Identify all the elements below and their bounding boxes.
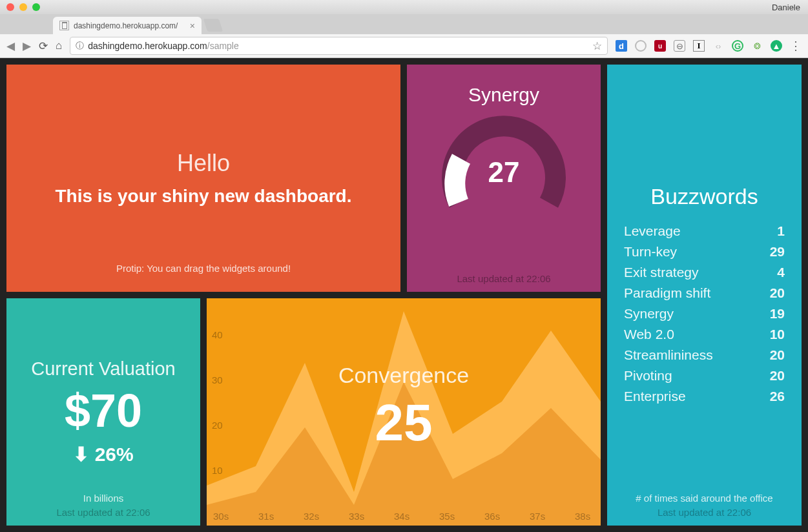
nav-back-icon[interactable]: ◀ (6, 39, 15, 53)
window-titlebar: Daniele (0, 0, 808, 14)
list-item: Leverage1 (624, 221, 785, 241)
tab-close-icon[interactable]: × (190, 21, 195, 31)
page-favicon-icon (59, 21, 69, 30)
tab-strip: dashingdemo.herokuapp.com/ × (0, 14, 808, 34)
buzzword-label: Synergy (624, 306, 674, 322)
buzzwords-list: Leverage1Turn-key29Exit strategy4Paradig… (620, 221, 789, 407)
x-tick: 33s (349, 511, 364, 522)
buzzword-label: Exit strategy (624, 265, 699, 280)
buzzword-count: 20 (770, 368, 785, 384)
extension-icon[interactable] (635, 40, 647, 52)
buzzword-count: 29 (770, 244, 785, 260)
widget-convergence[interactable]: 40 30 20 10 30s 31s 32s 33s 34s 35s 36s … (207, 298, 601, 526)
browser-toolbar: ◀ ▶ ⟳ ⌂ ⓘ dashingdemo.herokuapp.com/samp… (0, 34, 808, 58)
x-tick: 31s (258, 511, 274, 522)
extension-icon[interactable]: I (693, 40, 705, 52)
buzzword-label: Paradigm shift (624, 285, 710, 301)
buzzword-count: 26 (770, 389, 785, 404)
buzzword-count: 1 (777, 223, 785, 239)
list-item: Streamlininess20 (624, 345, 785, 365)
buzzword-label: Turn-key (624, 244, 677, 260)
list-item: Synergy19 (624, 303, 785, 324)
buzzwords-moreinfo: # of times said around the office (607, 493, 802, 504)
browser-menu-icon[interactable]: ⋮ (790, 39, 802, 53)
synergy-updated: Last updated at 22:06 (407, 273, 601, 284)
buzzword-count: 19 (770, 306, 785, 322)
synergy-value: 27 (439, 156, 568, 189)
new-tab-button[interactable] (203, 19, 223, 32)
list-item: Turn-key29 (624, 241, 785, 262)
valuation-title: Current Valuation (18, 358, 189, 380)
buzzword-label: Pivoting (624, 368, 672, 384)
buzzword-label: Web 2.0 (624, 327, 674, 342)
welcome-title: Hello (19, 150, 388, 177)
buzzword-label: Streamlininess (624, 347, 713, 363)
url-host: dashingdemo.herokuapp.com (88, 41, 207, 51)
nav-forward-icon: ▶ (23, 39, 31, 53)
buzzword-label: Enterprise (624, 389, 686, 404)
list-item: Web 2.010 (624, 324, 785, 345)
window-zoom-button[interactable] (32, 3, 40, 11)
welcome-text: This is your shiny new dashboard. (19, 186, 388, 207)
widget-buzzwords[interactable]: Buzzwords Leverage1Turn-key29Exit strate… (607, 65, 802, 526)
widget-valuation[interactable]: Current Valuation $70 ⬇ 26% In billions … (6, 298, 200, 526)
address-bar[interactable]: ⓘ dashingdemo.herokuapp.com/sample ☆ (70, 37, 608, 55)
extension-icon[interactable]: G (732, 40, 743, 52)
bookmark-star-icon[interactable]: ☆ (592, 39, 602, 53)
list-item: Enterprise26 (624, 386, 785, 407)
list-item: Exit strategy4 (624, 262, 785, 283)
convergence-value: 25 (207, 393, 601, 453)
y-tick: 10 (212, 465, 223, 476)
site-info-icon[interactable]: ⓘ (76, 40, 84, 52)
widget-welcome[interactable]: Hello This is your shiny new dashboard. … (6, 65, 400, 292)
arrow-down-icon: ⬇ (73, 443, 89, 466)
valuation-updated: Last updated at 22:06 (6, 507, 200, 518)
nav-home-icon[interactable]: ⌂ (56, 39, 62, 52)
buzzwords-title: Buzzwords (620, 184, 789, 209)
widget-synergy-meter[interactable]: Synergy 27 Last updated at 22:06 (407, 65, 601, 292)
extension-icon[interactable]: ▲ (771, 40, 782, 52)
extension-icon[interactable]: u (654, 40, 666, 52)
synergy-title: Synergy (415, 84, 593, 106)
extension-icon[interactable]: ⊖ (674, 40, 685, 52)
browser-profile-label[interactable]: Daniele (772, 3, 800, 12)
x-tick: 38s (575, 511, 590, 522)
convergence-title: Convergence (207, 363, 601, 388)
list-item: Pivoting20 (624, 365, 785, 386)
window-minimize-button[interactable] (19, 3, 27, 11)
welcome-moreinfo: Protip: You can drag the widgets around! (6, 263, 400, 274)
extension-icon[interactable]: ❂ (751, 40, 763, 52)
buzzwords-updated: Last updated at 22:06 (607, 507, 802, 518)
buzzword-count: 20 (770, 347, 785, 363)
x-tick: 30s (213, 511, 229, 522)
url-path: /sample (207, 41, 239, 51)
x-tick: 34s (394, 511, 409, 522)
extension-icon[interactable]: d (616, 40, 627, 52)
tab-title: dashingdemo.herokuapp.com/ (74, 21, 178, 30)
browser-tab[interactable]: dashingdemo.herokuapp.com/ × (53, 17, 202, 34)
valuation-value: $70 (18, 387, 189, 434)
buzzword-count: 4 (777, 265, 785, 280)
list-item: Paradigm shift20 (624, 283, 785, 303)
dashboard: Hello This is your shiny new dashboard. … (0, 58, 808, 532)
window-close-button[interactable] (6, 3, 14, 11)
buzzword-count: 10 (770, 327, 785, 342)
y-tick: 40 (212, 329, 223, 340)
gauge-meter: 27 (439, 112, 568, 216)
x-tick: 36s (484, 511, 500, 522)
buzzword-label: Leverage (624, 223, 681, 239)
buzzword-count: 20 (770, 285, 785, 301)
extension-icon[interactable]: ‹› (712, 40, 724, 52)
valuation-change: ⬇ 26% (18, 443, 189, 466)
valuation-moreinfo: In billions (6, 493, 200, 504)
x-tick: 32s (304, 511, 319, 522)
x-tick: 37s (530, 511, 545, 522)
x-tick: 35s (439, 511, 455, 522)
nav-reload-icon[interactable]: ⟳ (39, 39, 48, 53)
